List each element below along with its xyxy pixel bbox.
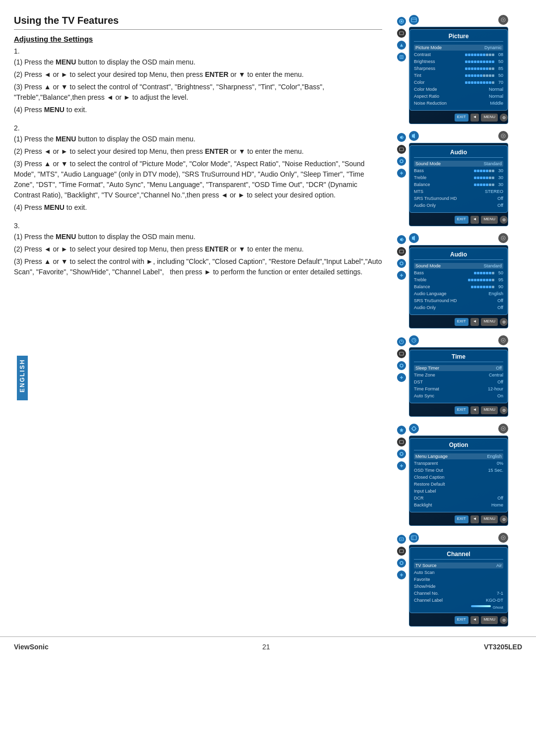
- osd-btn-gear-1: ⚙: [500, 114, 508, 122]
- osd-menu-box-audio2: Audio Sound Mode Standard Bass: [409, 248, 508, 315]
- panel-icon-6d: [397, 570, 406, 579]
- osd-row-audio-only-1: Audio Only Off: [414, 202, 503, 208]
- osd-btn-exit-2: EXIT: [455, 216, 469, 224]
- instruction-block-3: 3. (1) Press the MENU button to display …: [14, 222, 382, 277]
- step-text: (4) Press MENU to exit.: [14, 106, 87, 114]
- osd-btn-next-1: MENU: [481, 114, 498, 122]
- osd-footer-option: EXIT ◄ MENU ⚙: [409, 515, 508, 523]
- osd-top-icons-option: [409, 424, 508, 434]
- osd-row-osd-time-out: OSD Time Out 15 Sec.: [414, 467, 503, 473]
- osd-top-icons-audio2: [409, 233, 508, 243]
- osd-row-bass-2: Bass: [414, 270, 503, 276]
- svg-rect-23: [400, 352, 403, 355]
- instruction-step-3-1: (1) Press the MENU button to display the…: [14, 232, 382, 242]
- instruction-step-2-2: (2) Press ◄ or ► to select your desired …: [14, 146, 382, 157]
- panel-left-icons-5: [397, 424, 406, 470]
- osd-btn-next-6: MENU: [481, 616, 498, 624]
- osd-panel-audio1: Audio Sound Mode Standard Bass: [397, 131, 526, 226]
- osd-top-icons-channel: [409, 533, 508, 543]
- svg-rect-32: [400, 441, 403, 443]
- panel-left-icons-1: [397, 15, 406, 62]
- instruction-step-1-2: (2) Press ◄ or ► to select your desired …: [14, 69, 382, 80]
- osd-btn-prev-5: ◄: [470, 515, 479, 523]
- footer-brand: ViewSonic: [14, 643, 49, 651]
- osd-menu-box-audio1: Audio Sound Mode Standard Bass: [409, 145, 508, 213]
- panel-icon-4b: [397, 349, 406, 358]
- osd-screen-picture: Picture Picture Mode Dynamic Contrast: [409, 15, 508, 124]
- osd-screen-audio2: Audio Sound Mode Standard Bass: [409, 233, 508, 328]
- svg-point-38: [413, 430, 414, 431]
- osd-top-right-icon-3: [498, 233, 508, 243]
- osd-footer-picture: EXIT ◄ MENU ⚙: [409, 114, 508, 122]
- panel-icon-3a: [397, 235, 406, 244]
- footer: ViewSonic 21 VT3205LED: [0, 636, 536, 657]
- panel-icon-3d: [397, 271, 406, 280]
- osd-row-auto-sync: Auto Sync On: [414, 393, 503, 399]
- panel-icon-5a: [397, 426, 406, 435]
- svg-point-46: [400, 562, 403, 565]
- instruction-step-1-4: (4) Press MENU to exit.: [14, 105, 382, 115]
- panel-icon-1d: [397, 53, 406, 62]
- tv-panel-option: Option Menu Language English Transparent…: [409, 436, 508, 526]
- osd-row-channel-label: Channel Label KGO-DT: [414, 597, 503, 603]
- osd-row-tint: Tint: [414, 72, 503, 78]
- osd-row-sleep-timer: Sleep Timer Off: [414, 365, 503, 371]
- tv-panel-picture: Picture Picture Mode Dynamic Contrast: [409, 27, 508, 124]
- osd-row-tv-source: TV Source Air: [414, 563, 503, 568]
- svg-point-42: [503, 428, 504, 430]
- panel-icon-4c: [397, 361, 406, 370]
- osd-btn-next-4: MENU: [481, 406, 498, 414]
- instruction-step-3-3: (3) Press ▲ or ▼ to select the control w…: [14, 256, 382, 277]
- osd-row-channel-no: Channel No. 7-1: [414, 590, 503, 596]
- osd-top-icons-picture: [409, 15, 508, 25]
- panel-icon-5b: [397, 438, 406, 446]
- svg-point-40: [415, 428, 416, 429]
- svg-point-36: [412, 427, 416, 431]
- svg-point-15: [400, 262, 403, 265]
- right-column: Picture Picture Mode Dynamic Contrast: [397, 15, 526, 627]
- panel-icon-1c: [397, 41, 406, 50]
- osd-row-audio-only-2: Audio Only Off: [414, 305, 503, 311]
- osd-row-color-mode: Color Mode Normal: [414, 86, 503, 92]
- osd-row-bass-1: Bass: [414, 168, 503, 174]
- panel-left-icons-6: [397, 533, 406, 579]
- svg-point-31: [503, 340, 504, 341]
- osd-row-srs-1: SRS TruSurround HD Off: [414, 195, 503, 201]
- osd-top-right-icon-6: [498, 533, 508, 543]
- panel-icon-6a: [397, 535, 406, 544]
- tv-panel-audio2: Audio Sound Mode Standard Bass: [409, 245, 508, 328]
- language-label: ENGLISH: [17, 356, 28, 400]
- panel-icon-2d: [397, 169, 406, 178]
- osd-row-sound-mode-1: Sound Mode Standard: [414, 161, 503, 167]
- step-text: (1) Press the MENU button to display the…: [14, 58, 196, 66]
- channel-bar-indicator: Ghost: [414, 605, 503, 610]
- svg-rect-8: [400, 148, 403, 151]
- instruction-step-2-4: (4) Press MENU to exit.: [14, 202, 382, 213]
- osd-row-auto-scan: Auto Scan: [414, 569, 503, 575]
- osd-footer-audio1: EXIT ◄ MENU ⚙: [409, 216, 508, 224]
- svg-point-7: [503, 19, 504, 21]
- osd-footer-audio2: EXIT ◄ MENU ⚙: [409, 318, 508, 326]
- osd-row-treble-1: Treble: [414, 175, 503, 181]
- osd-panel-option: Option Menu Language English Transparent…: [397, 424, 526, 526]
- instruction-list-2: (1) Press the MENU button to display the…: [14, 134, 382, 213]
- osd-row-dcr: DCR Off: [414, 495, 503, 501]
- instruction-block-2: 2. (1) Press the MENU button to display …: [14, 124, 382, 213]
- panel-left-icons-4: [397, 335, 406, 382]
- osd-btn-gear-6: ⚙: [500, 616, 508, 624]
- osd-menu-box-option: Option Menu Language English Transparent…: [409, 438, 508, 512]
- svg-rect-4: [411, 18, 416, 22]
- panel-icon-3b: [397, 247, 406, 256]
- panel-icon-6b: [397, 547, 406, 556]
- osd-top-left-icon-2: [409, 131, 419, 141]
- osd-row-picture-mode: Picture Mode Dynamic: [414, 45, 503, 51]
- panel-icon-3c: [397, 259, 406, 268]
- panel-left-icons-3: [397, 233, 406, 280]
- tv-panel-channel: Channel TV Source Air Auto Scan Favorite: [409, 545, 508, 627]
- osd-row-time-zone: Time Zone Central: [414, 372, 503, 378]
- footer-model: VT3205LED: [484, 643, 522, 651]
- osd-panel-picture: Picture Picture Mode Dynamic Contrast: [397, 15, 526, 124]
- step-number-2: 2.: [14, 124, 382, 132]
- osd-menu-title-channel: Channel: [414, 551, 503, 560]
- instruction-step-3-2: (2) Press ◄ or ► to select your desired …: [14, 244, 382, 254]
